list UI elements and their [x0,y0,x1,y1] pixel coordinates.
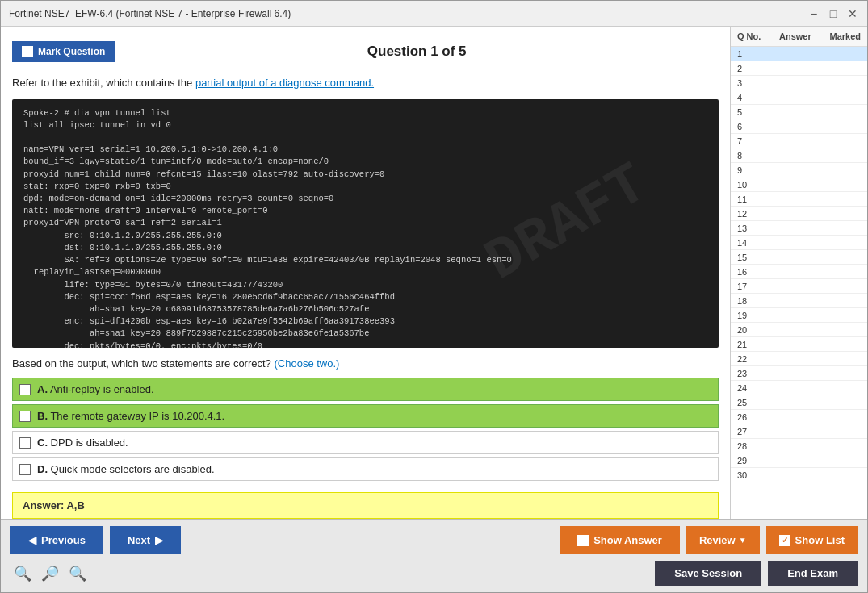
exhibit-line: proxyid_num=1 child_num=0 refcnt=15 ilas… [23,169,707,181]
previous-button[interactable]: ◀ Previous [10,526,103,554]
close-button[interactable]: ✕ [846,7,859,20]
option-a[interactable]: A. Anti-replay is enabled. [12,378,719,401]
show-answer-button[interactable]: Show Answer [560,526,680,554]
q-row-7[interactable]: 7 [731,134,867,148]
exhibit-line: dec: pkts/bytes=0/0, enc:pkts/bytes=0/0 [23,340,707,348]
bottom-bar: ◀ Previous Next ▶ Show Answer Review ▼ ✓… [1,519,867,592]
show-list-label: Show List [795,534,845,546]
answer-value: A,B [66,499,84,512]
top-bar: Mark Question Question 1 of 5 [12,35,719,69]
zoom-reset-button[interactable]: 🔎 [38,563,62,584]
end-exam-label: End Exam [787,567,838,579]
save-session-label: Save Session [674,567,742,579]
q-row-12[interactable]: 12 [731,207,867,221]
exhibit-line: natt: mode=none draft=0 interval=0 remot… [23,205,707,217]
option-b[interactable]: B. The remote gateway IP is 10.200.4.1. [12,404,719,428]
q-row-28[interactable]: 28 [731,439,867,453]
q-row-6[interactable]: 6 [731,119,867,134]
option-c[interactable]: C. DPD is disabled. [12,431,719,454]
q-row-9[interactable]: 9 [731,163,867,177]
exhibit-line: list all ipsec tunnel in vd 0 [23,119,707,132]
q-row-3[interactable]: 3 [731,76,867,90]
title-bar: Fortinet NSE7_EFW-6.4 (Fortinet NSE 7 - … [1,1,867,27]
options-list: A. Anti-replay is enabled. B. The remote… [12,378,719,481]
nav-row: ◀ Previous Next ▶ Show Answer Review ▼ ✓… [10,526,858,554]
main-window: Fortinet NSE7_EFW-6.4 (Fortinet NSE 7 - … [0,0,868,593]
checkbox-d[interactable] [19,464,31,475]
q-row-13[interactable]: 13 [731,221,867,236]
q-row-27[interactable]: 27 [731,424,867,439]
q-row-15[interactable]: 15 [731,250,867,265]
exhibit-line: SA: ref=3 options=2e type=00 soft=0 mtu=… [23,254,707,266]
show-list-icon: ✓ [779,535,790,546]
q-row-19[interactable]: 19 [731,308,867,323]
q-row-1[interactable]: 1 [731,47,867,61]
option-b-text: B. The remote gateway IP is 10.200.4.1. [37,410,224,422]
option-d[interactable]: D. Quick mode selectors are disabled. [12,457,719,481]
minimize-button[interactable]: − [807,7,820,20]
q-row-26[interactable]: 26 [731,410,867,424]
q-row-18[interactable]: 18 [731,294,867,308]
zoom-out-button[interactable]: 🔍 [10,563,35,584]
q-row-17[interactable]: 17 [731,279,867,294]
left-panel: Mark Question Question 1 of 5 Refer to t… [1,27,730,519]
zoom-controls: 🔍 🔎 🔍 [10,561,90,586]
exhibit-line: ah=sha1 key=20 c68091d68753578785de6a7a6… [23,303,707,315]
checkbox-a[interactable] [19,384,31,395]
col-answer: Answer [779,31,811,41]
exhibit-line [23,132,707,144]
q-row-29[interactable]: 29 [731,453,867,468]
q-row-10[interactable]: 10 [731,177,867,192]
window-title: Fortinet NSE7_EFW-6.4 (Fortinet NSE 7 - … [9,8,291,19]
save-session-button[interactable]: Save Session [655,561,761,586]
checkbox-c[interactable] [19,437,31,449]
maximize-button[interactable]: □ [827,7,840,20]
col-marked: Marked [829,31,861,41]
q-row-16[interactable]: 16 [731,265,867,279]
exhibit-line: proxyid=VPN proto=0 sa=1 ref=2 serial=1 [23,217,707,229]
exhibit-line: replayin_lastseq=00000000 [23,266,707,278]
choose-text: (Choose two.) [274,357,339,370]
exhibit-line: enc: spi=df14200b esp=aes key=16 b02a7e9… [23,315,707,328]
q-row-22[interactable]: 22 [731,352,867,366]
review-label: Review [699,534,736,546]
mark-question-button[interactable]: Mark Question [12,41,115,62]
q-row-4[interactable]: 4 [731,90,867,105]
main-content: Mark Question Question 1 of 5 Refer to t… [1,27,867,519]
exhibit-line: name=VPN ver=1 serial=1 10.200.5.1:0->10… [23,144,707,156]
q-row-21[interactable]: 21 [731,337,867,352]
q-row-14[interactable]: 14 [731,236,867,250]
question-text: Refer to the exhibit, which contains the… [12,75,719,91]
exhibit-line: ah=sha1 key=20 889f7529887c215c25950be2b… [23,328,707,340]
exhibit: Spoke-2 # dia vpn tunnel list list all i… [12,99,719,349]
zoom-in-button[interactable]: 🔍 [65,563,90,584]
spacer2 [96,561,648,586]
prev-arrow-icon: ◀ [28,534,36,546]
window-controls: − □ ✕ [807,7,859,20]
checkbox-b[interactable] [19,411,31,422]
next-button[interactable]: Next ▶ [110,526,181,554]
q-row-2[interactable]: 2 [731,61,867,76]
right-panel: Q No. Answer Marked 1 2 3 4 5 6 7 8 9 10… [730,27,867,519]
end-exam-button[interactable]: End Exam [768,561,858,586]
show-list-button[interactable]: ✓ Show List [766,526,858,554]
exhibit-line: bound_if=3 lgwy=static/1 tun=intf/0 mode… [23,156,707,168]
q-row-5[interactable]: 5 [731,105,867,119]
q-row-25[interactable]: 25 [731,395,867,410]
mark-button-label: Mark Question [38,46,105,57]
q-row-30[interactable]: 30 [731,468,867,482]
review-button[interactable]: Review ▼ [686,526,760,554]
q-num-1: 1 [731,49,763,59]
q-row-11[interactable]: 11 [731,192,867,207]
exhibit-line: dec: spi=ccc1f66d esp=aes key=16 280e5cd… [23,291,707,303]
q-row-20[interactable]: 20 [731,323,867,337]
col-qno: Q No. [737,31,761,41]
q-row-23[interactable]: 23 [731,366,867,381]
answer-box: Answer: A,B [12,492,719,519]
question-list[interactable]: 1 2 3 4 5 6 7 8 9 10 11 12 13 14 15 16 1… [731,47,867,519]
q-row-8[interactable]: 8 [731,148,867,163]
review-dropdown-icon: ▼ [739,536,747,545]
exhibit-line: src: 0:10.1.2.0/255.255.255.0:0 [23,230,707,242]
q-row-24[interactable]: 24 [731,381,867,395]
next-arrow-icon: ▶ [155,534,163,546]
